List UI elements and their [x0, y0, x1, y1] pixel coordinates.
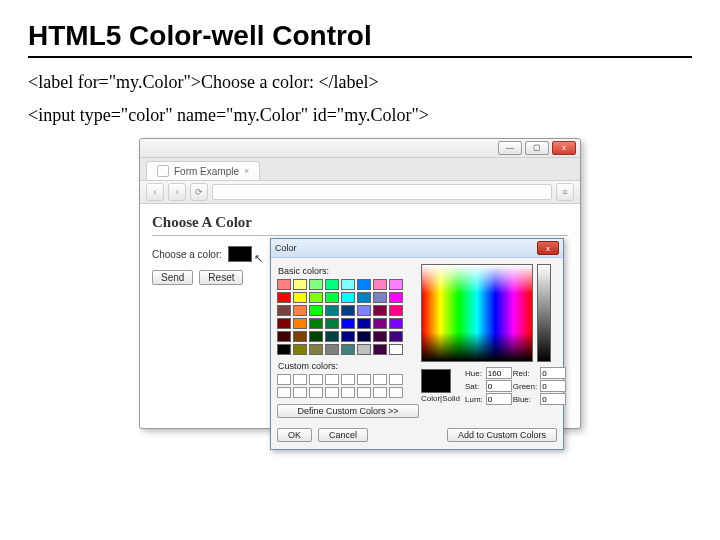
basic-color-swatch[interactable]: [341, 292, 355, 303]
custom-color-swatch[interactable]: [277, 374, 291, 385]
custom-color-swatch[interactable]: [341, 374, 355, 385]
color-input[interactable]: [228, 246, 252, 262]
basic-color-swatch[interactable]: [341, 331, 355, 342]
custom-color-swatch[interactable]: [357, 374, 371, 385]
custom-color-swatch[interactable]: [341, 387, 355, 398]
custom-color-swatch[interactable]: [357, 387, 371, 398]
blue-field[interactable]: [540, 393, 566, 405]
window-minimize-button[interactable]: —: [498, 141, 522, 155]
basic-color-swatch[interactable]: [341, 318, 355, 329]
basic-color-swatch[interactable]: [277, 344, 291, 355]
basic-color-swatch[interactable]: [373, 279, 387, 290]
basic-color-swatch[interactable]: [277, 279, 291, 290]
custom-color-swatch[interactable]: [293, 374, 307, 385]
custom-colors-grid[interactable]: [277, 374, 413, 398]
custom-color-swatch[interactable]: [293, 387, 307, 398]
basic-color-swatch[interactable]: [357, 318, 371, 329]
dialog-ok-button[interactable]: OK: [277, 428, 312, 442]
nav-back-button[interactable]: ‹: [146, 183, 164, 201]
basic-color-swatch[interactable]: [277, 331, 291, 342]
basic-color-swatch[interactable]: [309, 331, 323, 342]
slide-heading: HTML5 Color-well Control: [28, 20, 692, 52]
basic-color-swatch[interactable]: [357, 305, 371, 316]
color-spectrum[interactable]: [421, 264, 533, 362]
custom-color-swatch[interactable]: [389, 387, 403, 398]
basic-color-swatch[interactable]: [309, 318, 323, 329]
basic-color-swatch[interactable]: [373, 305, 387, 316]
basic-color-swatch[interactable]: [357, 292, 371, 303]
custom-color-swatch[interactable]: [389, 374, 403, 385]
custom-color-swatch[interactable]: [373, 374, 387, 385]
address-bar[interactable]: [212, 184, 552, 200]
browser-tab[interactable]: Form Example ×: [146, 161, 260, 180]
basic-color-swatch[interactable]: [357, 344, 371, 355]
basic-color-swatch[interactable]: [277, 292, 291, 303]
basic-color-swatch[interactable]: [341, 305, 355, 316]
luminance-slider[interactable]: [537, 264, 551, 362]
custom-color-swatch[interactable]: [325, 387, 339, 398]
custom-color-swatch[interactable]: [277, 387, 291, 398]
basic-color-swatch[interactable]: [277, 318, 291, 329]
basic-color-swatch[interactable]: [389, 331, 403, 342]
basic-color-swatch[interactable]: [389, 318, 403, 329]
reset-button[interactable]: Reset: [199, 270, 243, 285]
basic-color-swatch[interactable]: [325, 305, 339, 316]
dialog-close-button[interactable]: x: [537, 241, 559, 255]
window-titlebar: — ▢ x: [140, 139, 580, 158]
basic-color-swatch[interactable]: [357, 331, 371, 342]
basic-color-swatch[interactable]: [373, 292, 387, 303]
basic-color-swatch[interactable]: [325, 331, 339, 342]
basic-color-swatch[interactable]: [325, 318, 339, 329]
dialog-title: Color: [275, 243, 297, 253]
basic-color-swatch[interactable]: [325, 344, 339, 355]
basic-color-swatch[interactable]: [325, 292, 339, 303]
basic-color-swatch[interactable]: [293, 318, 307, 329]
basic-color-swatch[interactable]: [293, 292, 307, 303]
custom-color-swatch[interactable]: [309, 374, 323, 385]
hue-field[interactable]: [486, 367, 512, 379]
window-close-button[interactable]: x: [552, 141, 576, 155]
basic-color-swatch[interactable]: [389, 344, 403, 355]
color-dialog: Color x Basic colors: Custom colors: Def…: [270, 238, 564, 450]
send-button[interactable]: Send: [152, 270, 193, 285]
browser-toolbar: ‹ › ⟳ ≡: [140, 181, 580, 204]
custom-color-swatch[interactable]: [373, 387, 387, 398]
basic-color-swatch[interactable]: [373, 331, 387, 342]
basic-color-swatch[interactable]: [309, 344, 323, 355]
sat-field[interactable]: [486, 380, 512, 392]
custom-color-swatch[interactable]: [325, 374, 339, 385]
define-custom-colors-button[interactable]: Define Custom Colors >>: [277, 404, 419, 418]
nav-reload-button[interactable]: ⟳: [190, 183, 208, 201]
basic-color-swatch[interactable]: [389, 305, 403, 316]
basic-color-swatch[interactable]: [293, 331, 307, 342]
basic-color-swatch[interactable]: [389, 279, 403, 290]
basic-color-swatch[interactable]: [373, 318, 387, 329]
tab-close-icon[interactable]: ×: [244, 166, 249, 176]
window-maximize-button[interactable]: ▢: [525, 141, 549, 155]
lum-field[interactable]: [486, 393, 512, 405]
basic-color-swatch[interactable]: [373, 344, 387, 355]
basic-color-swatch[interactable]: [389, 292, 403, 303]
basic-color-swatch[interactable]: [309, 305, 323, 316]
basic-color-swatch[interactable]: [277, 305, 291, 316]
basic-color-swatch[interactable]: [357, 279, 371, 290]
custom-color-swatch[interactable]: [309, 387, 323, 398]
add-to-custom-button[interactable]: Add to Custom Colors: [447, 428, 557, 442]
basic-color-swatch[interactable]: [341, 344, 355, 355]
nav-menu-button[interactable]: ≡: [556, 183, 574, 201]
basic-color-swatch[interactable]: [293, 305, 307, 316]
basic-color-swatch[interactable]: [293, 279, 307, 290]
basic-color-swatch[interactable]: [309, 292, 323, 303]
nav-forward-button[interactable]: ›: [168, 183, 186, 201]
basic-colors-grid[interactable]: [277, 279, 413, 355]
dialog-cancel-button[interactable]: Cancel: [318, 428, 368, 442]
basic-color-swatch[interactable]: [309, 279, 323, 290]
basic-color-swatch[interactable]: [293, 344, 307, 355]
basic-color-swatch[interactable]: [325, 279, 339, 290]
green-field[interactable]: [540, 380, 566, 392]
basic-color-swatch[interactable]: [341, 279, 355, 290]
red-field[interactable]: [540, 367, 566, 379]
custom-colors-label: Custom colors:: [278, 361, 413, 371]
page-heading: Choose A Color: [152, 214, 568, 231]
dialog-titlebar: Color x: [271, 239, 563, 258]
